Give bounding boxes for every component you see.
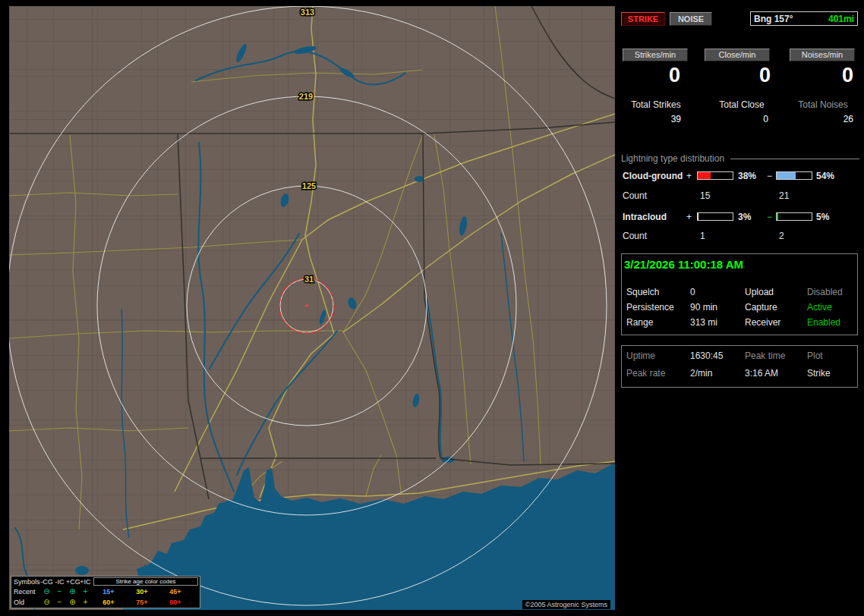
status-row-2: Peak rate 2/min 3:16 AM Strike (622, 368, 857, 385)
ic-minus-percent: 5% (816, 212, 829, 222)
settings-grid: Squelch 0 Upload Disabled Persistence 90… (622, 287, 857, 332)
pos-ic-recent-icon: + (79, 588, 92, 596)
neg-ic-old-icon: − (53, 599, 66, 606)
squelch-label: Squelch (626, 287, 659, 297)
bearing-value: Bng 157° (754, 14, 793, 24)
age-code-30: 30+ (125, 588, 159, 596)
cg-plus-sign: + (686, 171, 692, 181)
intracloud-count-row: Count 1 2 (621, 231, 859, 241)
plot-value: Strike (807, 368, 831, 379)
upload-label: Upload (745, 287, 774, 297)
capture-status: Active (807, 302, 832, 313)
distribution-title-text: Lightning type distribution (621, 153, 724, 164)
pos-cg-recent-icon: ⊕ (66, 588, 79, 596)
bearing-range-display: Bng 157° 401mi (750, 11, 858, 26)
strikes-per-min-button[interactable]: Strikes/min (623, 49, 688, 61)
peak-rate-value: 2/min (690, 368, 712, 379)
cg-minus-percent: 54% (816, 171, 834, 181)
age-code-60: 60+ (92, 599, 125, 606)
age-code-75: 75+ (125, 599, 159, 606)
neg-ic-recent-icon: − (53, 588, 66, 596)
ic-minus-sign: − (767, 212, 772, 222)
status-grid: Uptime 1630:45 Peak time Plot Peak rate … (622, 350, 857, 385)
legend-row-recent-label: Recent (11, 588, 40, 596)
cloud-ground-label: Cloud-ground (623, 171, 683, 181)
legend-age-header: Strike age color codes (93, 577, 198, 586)
strikes-per-min-value: 0 (621, 64, 680, 87)
persistence-label: Persistence (626, 302, 674, 313)
uptime-value: 1630:45 (690, 350, 723, 361)
bearing-range-value: 401mi (828, 14, 854, 24)
map-view[interactable]: 313 219 125 31 Symbols -CG -IC +CG +IC S… (9, 6, 615, 610)
peak-time-value: 3:16 AM (745, 368, 778, 379)
ring-label-313: 313 (301, 8, 314, 17)
map-legend: Symbols -CG -IC +CG +IC Strike age color… (11, 576, 200, 608)
settings-row-persistence: Persistence 90 min Capture Active (622, 302, 857, 317)
ic-plus-sign: + (686, 212, 692, 222)
datetime-display: 3/21/2026 11:00:18 AM (622, 254, 857, 271)
ic-count-label: Count (623, 231, 647, 241)
side-panel: STRIKE NOISE Bng 157° 401mi Strikes/min … (621, 6, 859, 610)
cloud-ground-row: Cloud-ground + 38% − 54% (621, 171, 859, 181)
noises-per-min-value: 0 (780, 64, 853, 87)
ring-label-125: 125 (302, 181, 316, 190)
cg-plus-percent: 38% (738, 171, 756, 181)
upload-status: Disabled (807, 287, 843, 297)
ic-minus-count: 2 (779, 231, 784, 241)
noises-per-min-button[interactable]: Noises/min (790, 49, 855, 61)
intracloud-label: Intracloud (623, 212, 667, 222)
ic-plus-percent: 3% (738, 212, 751, 222)
squelch-value: 0 (690, 287, 695, 297)
legend-col-pos-cg: +CG (66, 578, 79, 586)
settings-row-squelch: Squelch 0 Upload Disabled (622, 287, 857, 302)
age-code-45: 45+ (159, 588, 192, 596)
age-code-15: 15+ (92, 588, 125, 596)
strike-button[interactable]: STRIKE (621, 12, 665, 26)
noise-button[interactable]: NOISE (670, 12, 712, 26)
total-strikes-value: 39 (621, 114, 681, 124)
receiver-status: Enabled (807, 317, 840, 328)
range-label: Range (626, 317, 653, 328)
neg-cg-recent-icon: ⊖ (40, 588, 53, 596)
status-box: Uptime 1630:45 Peak time Plot Peak rate … (621, 345, 858, 388)
neg-cg-old-icon: ⊖ (40, 599, 53, 606)
age-code-90: 90+ (159, 599, 192, 606)
persistence-value: 90 min (690, 302, 717, 313)
close-per-min-button[interactable]: Close/min (705, 49, 770, 61)
legend-col-pos-ic: +IC (79, 578, 92, 586)
legend-col-neg-cg: -CG (40, 578, 53, 586)
settings-box: 3/21/2026 11:00:18 AM Squelch 0 Upload D… (621, 253, 858, 335)
plot-label: Plot (807, 350, 823, 361)
capture-label: Capture (745, 302, 777, 313)
close-per-min-value: 0 (697, 64, 771, 87)
peak-rate-label: Peak rate (626, 368, 665, 379)
cg-minus-bar (776, 171, 812, 180)
total-close-value: 0 (697, 114, 768, 124)
legend-row-old-label: Old (11, 599, 40, 606)
ic-plus-bar (697, 212, 733, 221)
ic-minus-bar (776, 212, 812, 221)
cloud-ground-count-row: Count 15 21 (621, 190, 859, 201)
total-strikes-label: Total Strikes (621, 99, 691, 110)
cg-minus-sign: − (767, 171, 772, 181)
distribution-section-title: Lightning type distribution (621, 153, 859, 164)
status-row-1: Uptime 1630:45 Peak time Plot (622, 350, 857, 368)
copyright-notice: ©2005 Astrogenic Systems (522, 600, 610, 609)
range-value: 313 mi (690, 317, 717, 328)
uptime-label: Uptime (626, 350, 655, 361)
app-window: 313 219 125 31 Symbols -CG -IC +CG +IC S… (0, 0, 864, 616)
intracloud-row: Intracloud + 3% − 5% (621, 212, 859, 222)
total-noises-value: 26 (780, 114, 853, 124)
total-noises-label: Total Noises (788, 99, 858, 110)
legend-symbols-header: Symbols (11, 578, 40, 586)
ring-label-31: 31 (304, 275, 314, 284)
receiver-label: Receiver (745, 317, 780, 328)
legend-col-neg-ic: -IC (53, 578, 66, 586)
settings-row-range: Range 313 mi Receiver Enabled (622, 317, 857, 332)
cg-plus-bar (697, 171, 733, 180)
cg-count-label: Count (623, 190, 647, 201)
map-canvas: 313 219 125 31 (9, 6, 615, 610)
ic-plus-count: 1 (700, 231, 705, 241)
ring-label-219: 219 (299, 92, 313, 101)
peak-time-label: Peak time (745, 350, 785, 361)
